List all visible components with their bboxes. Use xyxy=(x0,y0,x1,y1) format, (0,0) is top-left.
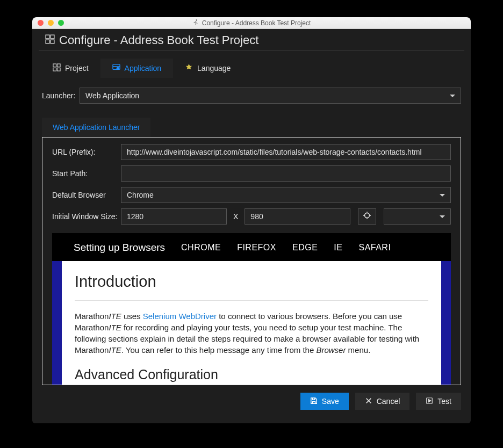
url-label: URL (Prefix): xyxy=(52,148,121,156)
svg-rect-1 xyxy=(46,35,49,39)
maximize-window-button[interactable] xyxy=(58,20,64,26)
grid-icon xyxy=(45,33,55,47)
browser-link-edge[interactable]: EDGE xyxy=(292,243,318,252)
play-icon xyxy=(426,397,433,406)
default-browser-select[interactable]: Chrome xyxy=(121,187,451,203)
chevron-down-icon xyxy=(440,194,445,197)
svg-point-0 xyxy=(196,19,197,20)
svg-rect-6 xyxy=(57,64,60,67)
window-height-input[interactable] xyxy=(245,208,350,225)
selenium-webdriver-link[interactable]: Selenium WebDriver xyxy=(143,312,217,321)
browser-link-chrome[interactable]: CHROME xyxy=(181,243,221,252)
cancel-button[interactable]: Cancel xyxy=(355,393,410,410)
default-browser-value: Chrome xyxy=(127,191,154,199)
svg-rect-3 xyxy=(46,40,49,44)
url-input[interactable] xyxy=(121,144,451,160)
target-icon xyxy=(363,211,371,222)
application-icon xyxy=(112,63,120,73)
svg-rect-5 xyxy=(53,64,56,67)
tabs: Project Application Language xyxy=(41,59,462,78)
footer-buttons: Save Cancel Test xyxy=(32,385,471,410)
preset-size-select[interactable] xyxy=(384,208,451,225)
svg-rect-7 xyxy=(53,68,56,71)
window-width-input[interactable] xyxy=(121,208,227,225)
browser-link-firefox[interactable]: FIREFOX xyxy=(237,243,276,252)
save-button[interactable]: Save xyxy=(300,393,349,410)
subtab-web-app-launcher[interactable]: Web Application Launcher xyxy=(42,118,150,137)
svg-point-11 xyxy=(365,213,370,218)
page-title: Configure - Address Book Test Project xyxy=(39,29,464,51)
svg-rect-4 xyxy=(51,40,54,44)
default-browser-label: Default Browser xyxy=(52,191,121,199)
start-path-input[interactable] xyxy=(121,165,451,182)
doc-heading-introduction: Introduction xyxy=(75,271,428,293)
chevron-down-icon xyxy=(450,95,455,97)
detect-size-button[interactable] xyxy=(358,208,376,225)
save-label: Save xyxy=(322,397,339,406)
x-label: X xyxy=(233,212,238,221)
language-icon xyxy=(185,63,193,73)
browser-link-safari[interactable]: SAFARI xyxy=(358,243,391,252)
test-label: Test xyxy=(437,397,451,406)
svg-rect-8 xyxy=(57,68,60,71)
launcher-select[interactable]: Web Application xyxy=(80,88,461,104)
launcher-value: Web Application xyxy=(85,91,139,100)
window-title: Configure - Address Book Test Project xyxy=(202,19,311,27)
launcher-label: Launcher: xyxy=(42,91,80,100)
svg-rect-2 xyxy=(51,35,54,39)
initial-size-label: Initial Window Size: xyxy=(52,212,121,221)
close-icon xyxy=(365,397,372,406)
page-title-text: Configure - Address Book Test Project xyxy=(59,33,258,47)
close-window-button[interactable] xyxy=(38,20,44,26)
start-path-label: Start Path: xyxy=(52,169,121,178)
browsers-nav: Setting up Browsers CHROME FIREFOX EDGE … xyxy=(52,233,451,261)
test-button[interactable]: Test xyxy=(416,393,461,410)
tab-language-label: Language xyxy=(197,64,231,73)
minimize-window-button[interactable] xyxy=(48,20,54,26)
tab-project[interactable]: Project xyxy=(41,59,100,78)
project-icon xyxy=(53,63,61,73)
browser-link-ie[interactable]: IE xyxy=(334,243,342,252)
help-document: Introduction MarathonITE uses Selenium W… xyxy=(62,261,441,385)
running-person-icon xyxy=(192,19,199,27)
cancel-label: Cancel xyxy=(377,397,400,406)
doc-heading-advanced: Advanced Configuration xyxy=(75,365,428,384)
chevron-down-icon xyxy=(440,215,445,218)
tab-project-label: Project xyxy=(65,64,89,73)
tab-application[interactable]: Application xyxy=(100,59,174,78)
doc-paragraph-1: MarathonITE uses Selenium WebDriver to c… xyxy=(75,310,428,356)
tab-application-label: Application xyxy=(125,64,162,73)
configure-window: Configure - Address Book Test Project Co… xyxy=(32,17,471,423)
tab-language[interactable]: Language xyxy=(173,59,242,78)
window-controls xyxy=(32,20,64,26)
help-document-frame: Introduction MarathonITE uses Selenium W… xyxy=(52,261,451,385)
browsers-title: Setting up Browsers xyxy=(74,242,165,254)
launcher-form: URL (Prefix): Start Path: Default Browse… xyxy=(42,137,461,385)
titlebar: Configure - Address Book Test Project xyxy=(32,17,471,29)
save-icon xyxy=(310,397,318,406)
